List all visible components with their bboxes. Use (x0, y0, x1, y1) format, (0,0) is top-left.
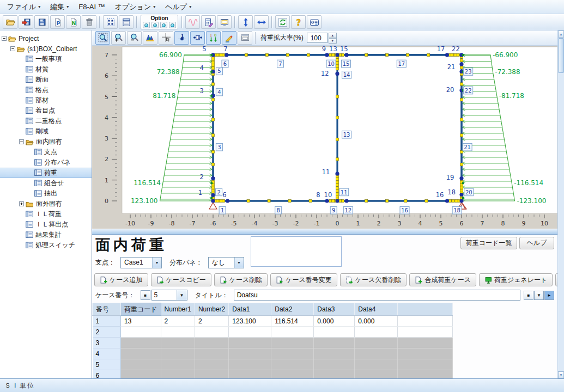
menu-item[interactable]: ファイル▾ (2, 1, 45, 14)
zoom-select-button[interactable] (95, 31, 110, 45)
row-number-cell[interactable]: 6 (93, 370, 121, 379)
grid-cell[interactable] (121, 327, 161, 338)
screen-fit-button[interactable] (217, 15, 232, 29)
grid-cell[interactable] (355, 327, 398, 338)
grid-cell[interactable] (195, 370, 228, 379)
tree-item[interactable]: 断面 (0, 75, 92, 85)
trash-button[interactable] (82, 15, 96, 29)
grid-cell[interactable] (398, 359, 453, 370)
tree-item[interactable]: ＩＬ荷重 (0, 209, 92, 219)
pointer-cross-button[interactable] (159, 31, 173, 45)
zoom-in-button[interactable] (111, 31, 126, 45)
collapse-icon[interactable] (2, 36, 7, 41)
grid-cell[interactable] (314, 370, 355, 379)
row-number-cell[interactable]: 2 (93, 327, 121, 338)
column-header[interactable]: Data2 (271, 303, 314, 316)
doc-p-button[interactable]: P (50, 15, 65, 29)
row-number-cell[interactable]: 3 (93, 338, 121, 348)
grid-cell[interactable] (195, 338, 228, 348)
tree-item[interactable]: 分布バネ (0, 157, 92, 168)
tree-item[interactable]: 組合せ (0, 178, 92, 188)
tree-item[interactable]: (s1)BOX_Colbert (0, 44, 92, 54)
grid-cell[interactable] (229, 327, 271, 338)
grid-cell[interactable] (355, 348, 398, 359)
row-number-cell[interactable]: 4 (93, 348, 121, 359)
tree-item[interactable]: 抽出 (0, 188, 92, 199)
doc-new-button[interactable]: N (66, 15, 81, 29)
option-radio-button[interactable] (151, 22, 159, 28)
input-grid-button[interactable] (103, 15, 118, 29)
grid-cell[interactable] (195, 327, 228, 338)
collapse-icon[interactable] (19, 139, 24, 144)
tree-item[interactable]: 格点 (0, 85, 92, 95)
grid-cell[interactable] (121, 338, 161, 348)
collapse-icon[interactable] (10, 46, 15, 51)
grid-cell[interactable]: 116.514 (271, 316, 314, 327)
tree-item[interactable]: 荷重 (0, 168, 92, 178)
wave-button[interactable] (185, 15, 200, 29)
dimension-button[interactable]: 10 (206, 31, 221, 45)
model-canvas[interactable]: 01234567-10-9-8-7-6-5-4-3-2-101234567891… (92, 46, 557, 229)
case-add-button[interactable]: ケース追加 (94, 273, 148, 286)
load-generate-button[interactable]: 荷重ジェネレート (479, 273, 553, 286)
grid-cell[interactable] (271, 370, 314, 379)
column-header[interactable]: Data4 (355, 303, 398, 316)
info-card-button[interactable] (307, 15, 322, 29)
annotate-pen-button[interactable] (222, 31, 236, 45)
grid-cell[interactable] (161, 348, 195, 359)
grid-cell[interactable]: 123.100 (229, 316, 271, 327)
grid-cell[interactable] (121, 348, 161, 359)
help-button[interactable]: ? (291, 15, 306, 29)
grid-cell[interactable]: 13 (121, 316, 161, 327)
menu-item[interactable]: 編集▾ (45, 1, 74, 14)
case-merge-button[interactable]: 合成荷重ケース (409, 273, 476, 286)
grid-cell[interactable] (121, 370, 161, 379)
option-radio-button[interactable] (169, 22, 176, 28)
tree-item[interactable]: 材質 (0, 64, 92, 75)
case-delete-button[interactable]: ケース削除 (214, 273, 268, 286)
case-renumber-button[interactable]: ケース番号変更 (270, 273, 337, 286)
tree-item[interactable]: 一般事項 (0, 54, 92, 64)
expand-vertical-button[interactable] (238, 15, 253, 29)
zoom-out-button[interactable] (127, 31, 142, 45)
scrollbar-thumb[interactable] (558, 38, 564, 73)
grid-cell[interactable] (161, 327, 195, 338)
grid-cell[interactable] (229, 338, 271, 348)
grid-cell[interactable] (355, 370, 398, 379)
grid-cell[interactable] (161, 359, 195, 370)
comment-box[interactable] (251, 236, 342, 267)
grid-cell[interactable] (398, 348, 453, 359)
option-radio-button[interactable] (143, 22, 150, 28)
palette-button[interactable] (143, 31, 157, 45)
calc-edit-button[interactable] (201, 15, 216, 29)
expand-icon[interactable] (19, 201, 24, 206)
column-header[interactable]: Number2 (195, 303, 228, 316)
load-scale-input[interactable] (307, 33, 328, 43)
grid-cell[interactable] (314, 338, 355, 348)
spinner-down-icon[interactable]: ▼ (329, 38, 337, 44)
open-folder-button[interactable] (3, 15, 17, 29)
node-number-button[interactable]: 1 (174, 31, 189, 45)
spring-select[interactable]: なし ▼ (208, 257, 244, 268)
window-dialog-button[interactable] (238, 31, 252, 45)
case-gap-delete-button[interactable]: ケース欠番削除 (340, 273, 407, 286)
grid-cell[interactable] (271, 359, 314, 370)
column-header[interactable]: 番号 (93, 303, 121, 316)
column-header[interactable]: Data1 (229, 303, 271, 316)
load-scale-spinner[interactable]: ▲▼ (329, 33, 337, 44)
grid-cell[interactable] (195, 348, 228, 359)
tree-item[interactable]: 剛域 (0, 126, 92, 137)
column-header[interactable]: Data3 (314, 303, 355, 316)
spinner-up-icon[interactable]: ▲ (329, 33, 337, 38)
tree-item[interactable]: 部材 (0, 95, 92, 106)
tree-item[interactable]: 結果集計 (0, 230, 92, 240)
load-code-list-button[interactable]: 荷重コード一覧 (460, 237, 517, 249)
expand-horizontal-button[interactable] (254, 15, 269, 29)
grid-cell[interactable] (398, 327, 453, 338)
tree-item[interactable]: 面外固有 (0, 199, 92, 209)
case-title-input[interactable] (234, 290, 520, 301)
case-number-select[interactable]: 5 ▼ (151, 290, 187, 301)
tree-item[interactable]: 着目点 (0, 106, 92, 116)
tree-item[interactable]: 処理スイッチ (0, 240, 92, 250)
grid-cell[interactable]: 2 (161, 316, 195, 327)
